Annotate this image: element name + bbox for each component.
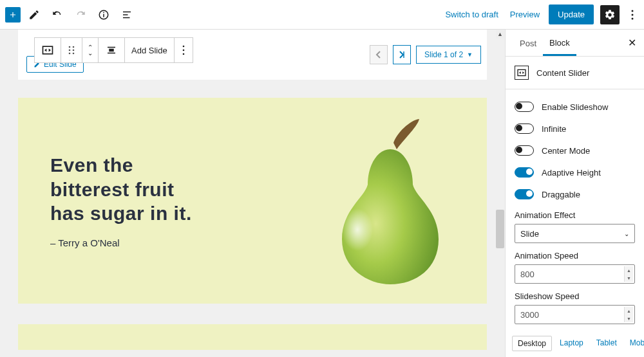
topbar-right: Switch to draft Preview Update xyxy=(442,5,639,24)
preview-button[interactable]: Preview xyxy=(507,6,542,23)
settings-button[interactable] xyxy=(600,5,620,24)
animation-speed-input[interactable]: 800 ▲▼ xyxy=(515,264,635,284)
svg-rect-1 xyxy=(103,14,104,17)
toggle-enable-slideshow-label: Enable Slideshow xyxy=(542,102,608,112)
block-movers[interactable]: ⌃ ⌄ xyxy=(82,38,99,62)
toggle-center-mode: Center Mode xyxy=(515,140,635,161)
toggle-adaptive-height-switch[interactable] xyxy=(515,167,534,178)
svg-point-3 xyxy=(632,10,634,12)
edit-mode-button[interactable] xyxy=(24,5,44,24)
slide-2-peek[interactable] xyxy=(18,324,487,350)
topbar-left xyxy=(5,5,439,24)
editor-canvas: ▲ ⌃ ⌄ xyxy=(0,30,505,357)
add-block-button[interactable] xyxy=(5,7,21,23)
tab-post[interactable]: Post xyxy=(513,31,543,55)
toggle-draggable-label: Draggable xyxy=(542,190,580,199)
svg-point-16 xyxy=(182,53,184,55)
svg-point-14 xyxy=(182,46,184,48)
toggle-infinite-switch[interactable] xyxy=(515,124,534,134)
toggle-draggable: Draggable xyxy=(515,183,635,205)
slide-of-label: Slide 1 of 2 xyxy=(424,50,463,59)
svg-rect-13 xyxy=(109,49,114,52)
svg-point-15 xyxy=(182,50,184,51)
animation-speed-field: Animation Speed 800 ▲▼ xyxy=(506,246,644,286)
svg-point-9 xyxy=(69,50,71,51)
align-icon xyxy=(105,44,118,57)
redo-button[interactable] xyxy=(71,5,90,24)
block-more-button[interactable] xyxy=(175,38,193,62)
slide-text: Even the bitterest fruit has sugar in it… xyxy=(50,153,287,248)
toggle-center-mode-switch[interactable] xyxy=(515,145,534,156)
toggle-infinite-label: Infinite xyxy=(542,124,566,134)
scrollbar-thumb[interactable] xyxy=(496,210,504,248)
device-tab-tablet[interactable]: Tablet xyxy=(591,336,622,351)
update-button[interactable]: Update xyxy=(549,5,594,24)
slide-1[interactable]: Even the bitterest fruit has sugar in it… xyxy=(18,98,487,304)
slideshow-speed-value: 3000 xyxy=(520,310,539,320)
slide-nav: Slide 1 of 2 ▼ xyxy=(370,45,481,64)
svg-rect-18 xyxy=(518,69,526,75)
animation-speed-value: 800 xyxy=(520,270,535,279)
undo-button[interactable] xyxy=(48,5,67,24)
svg-rect-6 xyxy=(43,46,53,54)
animation-effect-label: Animation Effect xyxy=(515,210,635,220)
toggle-enable-slideshow: Enable Slideshow xyxy=(515,96,635,118)
device-tab-mobile[interactable]: Mobile xyxy=(625,336,644,351)
device-tab-desktop[interactable]: Desktop xyxy=(512,336,552,351)
svg-point-7 xyxy=(69,46,71,48)
slide-author: – Terry a O'Neal xyxy=(50,237,287,248)
animation-effect-value: Slide xyxy=(520,229,539,239)
slideshow-speed-spinner[interactable]: ▲▼ xyxy=(624,307,633,322)
toggle-enable-slideshow-switch[interactable] xyxy=(515,102,534,112)
more-options-button[interactable] xyxy=(626,5,639,24)
editor-topbar: Switch to draft Preview Update xyxy=(0,0,644,30)
chevron-left-icon xyxy=(375,51,382,59)
drag-icon xyxy=(65,44,78,57)
tab-block[interactable]: Block xyxy=(543,30,576,56)
caret-down-icon: ▼ xyxy=(467,51,473,58)
svg-point-4 xyxy=(632,14,634,15)
prev-slide-button[interactable] xyxy=(370,45,388,64)
move-down-icon: ⌄ xyxy=(88,50,93,56)
slideshow-speed-input[interactable]: 3000 ▲▼ xyxy=(515,305,635,324)
slide-image xyxy=(307,114,455,288)
toggle-center-mode-label: Center Mode xyxy=(542,146,590,156)
add-slide-button[interactable]: Add Slide xyxy=(125,38,175,62)
svg-point-17 xyxy=(342,194,393,265)
block-header: Content Slider xyxy=(506,57,644,89)
slide-heading: Even the bitterest fruit has sugar in it… xyxy=(50,153,287,226)
canvas-scrollbar[interactable]: ▲ xyxy=(495,30,505,357)
responsive-device-tabs: Desktop Laptop Tablet Mobile xyxy=(506,327,644,355)
toggle-infinite: Infinite xyxy=(515,118,635,140)
animation-effect-field: Animation Effect Slide ⌄ xyxy=(506,205,644,246)
add-slide-label: Add Slide xyxy=(131,46,167,55)
content-slider-icon xyxy=(41,44,54,57)
close-sidebar-button[interactable]: ✕ xyxy=(628,37,636,49)
content-slider-icon xyxy=(515,66,529,80)
svg-rect-2 xyxy=(103,12,104,13)
align-button[interactable] xyxy=(99,38,125,62)
animation-speed-spinner[interactable]: ▲▼ xyxy=(624,266,633,282)
switch-to-draft-button[interactable]: Switch to draft xyxy=(442,6,500,23)
block-toolbar: ⌃ ⌄ Add Slide xyxy=(34,37,193,63)
slide-selector[interactable]: Slide 1 of 2 ▼ xyxy=(416,46,481,64)
sidebar-tabs: Post Block ✕ xyxy=(506,30,644,57)
toggle-settings: Enable Slideshow Infinite Center Mode Ad… xyxy=(506,89,644,205)
animation-effect-select[interactable]: Slide ⌄ xyxy=(515,224,635,243)
outline-button[interactable] xyxy=(117,5,137,24)
slideshow-speed-label: Slideshow Speed xyxy=(515,291,635,301)
block-title: Content Slider xyxy=(536,68,589,78)
svg-point-5 xyxy=(632,17,634,19)
drag-handle[interactable] xyxy=(61,38,82,62)
toggle-draggable-switch[interactable] xyxy=(515,189,534,199)
chevron-down-icon: ⌄ xyxy=(624,230,629,237)
scroll-up-arrow[interactable]: ▲ xyxy=(496,30,504,39)
toggle-adaptive-height-label: Adaptive Height xyxy=(542,168,601,178)
device-tab-laptop[interactable]: Laptop xyxy=(554,336,589,351)
svg-point-10 xyxy=(73,50,75,51)
block-type-button[interactable] xyxy=(35,38,61,62)
svg-point-11 xyxy=(69,53,71,55)
chevron-right-icon xyxy=(398,51,406,59)
next-slide-button[interactable] xyxy=(393,45,411,64)
info-button[interactable] xyxy=(94,5,113,24)
